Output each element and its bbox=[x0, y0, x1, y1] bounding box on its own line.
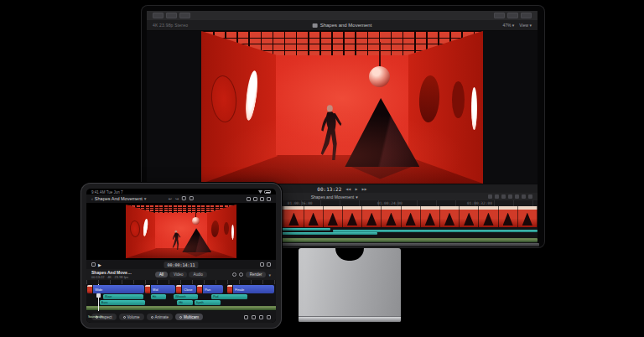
titles-browser-icon[interactable] bbox=[190, 196, 194, 200]
ruler-tick-label: 01:00:32:00 bbox=[467, 201, 492, 205]
thumbnail-pyramid bbox=[444, 213, 454, 226]
clip-label: Mid bbox=[151, 288, 158, 292]
video-clip[interactable]: Wide bbox=[87, 285, 144, 293]
clip-thumbnail[interactable] bbox=[518, 206, 538, 227]
dock-button-volume[interactable]: Volume bbox=[119, 314, 144, 320]
skip-back-icon[interactable]: ◀◀ bbox=[345, 187, 351, 191]
sidebar-toggle-button[interactable] bbox=[153, 13, 164, 18]
dock-button-multicam[interactable]: Multicam bbox=[175, 314, 203, 320]
timeline-project-info: Shapes And Movement 00:13:22 · 4K · 23.9… bbox=[91, 270, 135, 279]
viewer-zoom-menu[interactable]: 47% ▾ bbox=[502, 23, 514, 28]
video-clip[interactable]: Finale bbox=[227, 285, 273, 293]
dock-button-label: Multicam bbox=[184, 315, 199, 319]
audio-clip[interactable]: Bass bbox=[100, 300, 145, 305]
viewer-view-menu[interactable]: View ▾ bbox=[519, 23, 532, 28]
play-icon[interactable]: ▶ bbox=[355, 187, 357, 191]
camera-icon[interactable] bbox=[252, 315, 256, 319]
skip-forward-icon[interactable]: ▶▶ bbox=[361, 187, 366, 191]
ipad-toolbar: ‹ Shapes And Movement ▾ ↩ ↪ bbox=[86, 194, 276, 203]
audio-clip[interactable]: Pad bbox=[211, 294, 247, 299]
media-browser-icon[interactable] bbox=[182, 196, 186, 200]
display-options-icon[interactable] bbox=[253, 197, 257, 201]
status-date: Tue Jun 7 bbox=[106, 190, 123, 194]
import-media-button[interactable] bbox=[166, 13, 177, 18]
zoom-out-icon[interactable] bbox=[260, 262, 264, 267]
render-button[interactable]: Render bbox=[246, 272, 267, 277]
music-track[interactable]: Soundtrack bbox=[86, 306, 276, 310]
playhead-timecode: 00:13:22 bbox=[317, 186, 341, 192]
play-icon[interactable]: ▶ bbox=[98, 262, 101, 267]
clip-label: Hit bbox=[151, 294, 166, 299]
audio-clip[interactable]: Synth bbox=[195, 300, 221, 305]
clip-appearance-icon[interactable] bbox=[495, 194, 499, 199]
skimming-icon[interactable] bbox=[508, 194, 512, 199]
thumbnail-pyramid bbox=[406, 213, 416, 226]
video-clip[interactable]: Pan bbox=[197, 285, 223, 293]
clip-thumbnail[interactable] bbox=[499, 206, 518, 227]
ipad-bottom-toolbar: InspectVolumeAnimateMulticam bbox=[86, 311, 276, 323]
snapping-icon[interactable] bbox=[239, 272, 243, 277]
clip-thumbnail[interactable] bbox=[304, 206, 324, 227]
thumbnail-pyramid bbox=[366, 213, 377, 226]
share-icon[interactable] bbox=[260, 197, 264, 201]
browser-layout-button[interactable] bbox=[494, 13, 505, 18]
viewer-header: 4K 23.98p Stereo Shapes and Movement 47%… bbox=[147, 20, 538, 31]
thumbnail-pyramid bbox=[483, 213, 493, 226]
skimming-icon[interactable] bbox=[232, 272, 236, 277]
clip-thumbnail[interactable] bbox=[460, 206, 479, 227]
ipad-timeline-tracks: Soundtrack WideMidClosePanFinaleRiserHit… bbox=[86, 284, 276, 311]
voiceover-mic-icon[interactable] bbox=[244, 315, 248, 319]
filter-tab-video[interactable]: Video bbox=[169, 272, 187, 277]
fullscreen-icon[interactable] bbox=[267, 315, 271, 319]
audio-clip[interactable]: Hit bbox=[151, 294, 166, 299]
chevron-down-icon: ▾ bbox=[356, 194, 358, 200]
clip-thumbnail[interactable] bbox=[421, 206, 440, 227]
timeline-layout-button[interactable] bbox=[507, 13, 518, 18]
audio-clip[interactable]: Hit bbox=[177, 300, 192, 305]
room-gloss bbox=[126, 205, 236, 258]
more-icon[interactable] bbox=[267, 197, 271, 201]
jog-wheel-icon[interactable] bbox=[91, 262, 96, 267]
settings-icon[interactable] bbox=[247, 197, 251, 201]
clip-thumbnail bbox=[197, 285, 203, 293]
project-back-button[interactable]: ‹ Shapes And Movement ▾ bbox=[91, 196, 146, 201]
chevron-down-icon[interactable]: ▾ bbox=[268, 272, 271, 277]
clip-thumbnail[interactable] bbox=[284, 206, 304, 227]
viewer-format-info: 4K 23.98p Stereo bbox=[153, 23, 188, 28]
audio-clip[interactable]: Whoosh bbox=[174, 294, 198, 299]
undo-icon[interactable]: ↩ bbox=[169, 196, 172, 201]
chevron-down-icon: ▾ bbox=[144, 196, 147, 201]
clip-thumbnail[interactable] bbox=[402, 206, 421, 227]
timeline-tab[interactable]: Shapes and Movement ▾ bbox=[311, 194, 358, 200]
display-stand bbox=[299, 248, 401, 322]
snapping-icon[interactable] bbox=[528, 194, 532, 199]
stand-base bbox=[299, 316, 401, 322]
clip-thumbnail[interactable] bbox=[324, 206, 343, 227]
clip-thumbnail[interactable] bbox=[343, 206, 362, 227]
zoom-fit-icon[interactable] bbox=[501, 194, 506, 199]
trim-tool-icon[interactable] bbox=[488, 194, 492, 199]
redo-icon[interactable]: ↪ bbox=[175, 196, 179, 201]
thumbnail-pyramid bbox=[386, 213, 396, 226]
keyboard-icon[interactable] bbox=[259, 315, 263, 319]
clip-label: Riser bbox=[103, 294, 143, 299]
inspector-toggle-button[interactable] bbox=[521, 13, 532, 18]
dock-button-animate[interactable]: Animate bbox=[147, 314, 174, 320]
audio-skim-icon[interactable] bbox=[515, 194, 519, 199]
clip-thumbnail[interactable] bbox=[440, 206, 460, 227]
clip-thumbnail[interactable] bbox=[382, 206, 401, 227]
dock-button-icon bbox=[179, 316, 182, 319]
back-icon: ‹ bbox=[91, 196, 93, 201]
dock-button-label: Animate bbox=[155, 315, 169, 319]
clip-thumbnail[interactable] bbox=[479, 206, 498, 227]
clip-thumbnail bbox=[87, 285, 93, 293]
zoom-in-icon[interactable] bbox=[267, 262, 271, 267]
filter-tab-audio[interactable]: Audio bbox=[189, 272, 207, 277]
video-clip[interactable]: Close bbox=[176, 285, 196, 293]
solo-icon[interactable] bbox=[522, 194, 526, 199]
filter-tab-all[interactable]: All bbox=[155, 272, 168, 277]
audio-clip[interactable]: Riser bbox=[103, 294, 143, 299]
keyword-editor-button[interactable] bbox=[179, 13, 190, 18]
video-clip[interactable]: Mid bbox=[145, 285, 175, 293]
clip-thumbnail[interactable] bbox=[362, 206, 382, 227]
